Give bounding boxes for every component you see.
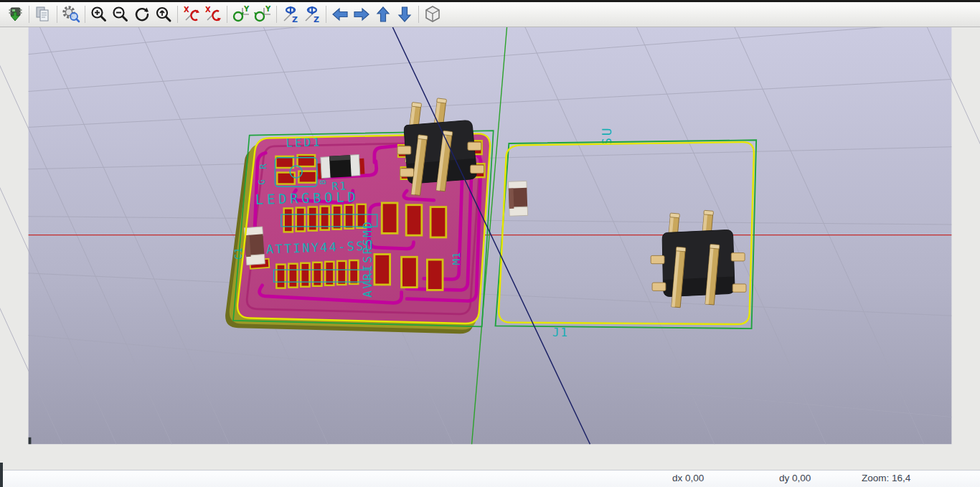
svg-text:Z: Z [292, 15, 298, 24]
redraw-icon [133, 5, 151, 24]
rotate-x-ccw-button[interactable]: X [202, 4, 224, 24]
svg-text:Y: Y [265, 5, 271, 13]
svg-text:X: X [205, 6, 211, 14]
silk-label-avrisp: AVRISPSMD [361, 220, 374, 298]
silk-label-ledrgbold: LEDRGBOLD [255, 189, 359, 207]
rotate-x-cw-icon: X [182, 5, 201, 24]
rotate-x-ccw-icon: X [204, 5, 222, 24]
silk-label-m1: M1 [451, 252, 462, 265]
toolbar-separator [418, 6, 419, 23]
reload-board-button[interactable] [4, 4, 26, 24]
toolbar-separator [85, 6, 85, 23]
toolbar-separator [276, 6, 277, 23]
svg-text:X: X [184, 6, 189, 14]
copy-3d-image-button[interactable] [32, 4, 54, 24]
rotate-z-ccw-icon: Z [303, 5, 321, 24]
toolbar-separator [177, 6, 178, 23]
rotate-z-ccw-button[interactable]: Z [301, 4, 323, 24]
redraw-button[interactable] [131, 4, 153, 24]
silk-label-b: B [319, 179, 328, 184]
toolbar-separator [57, 6, 57, 23]
move-left-icon [331, 5, 349, 24]
viewport-3d[interactable]: LED1 R G B R1 LEDRGBOLD ATTINY44-SSU AVR… [0, 27, 980, 470]
move-up-button[interactable] [372, 4, 394, 24]
toolbar: X X Y Y [0, 2, 980, 27]
svg-text:Y: Y [243, 5, 250, 13]
status-dy: dy 0,00 [779, 473, 811, 483]
zoom-fit-icon [154, 5, 173, 24]
render-options-icon [61, 4, 81, 24]
zoom-out-icon [111, 5, 130, 24]
resistor-r1 [317, 154, 365, 179]
toolbar-separator [29, 6, 29, 23]
ortho-view-icon [423, 4, 443, 24]
ortho-view-button[interactable] [422, 4, 443, 24]
silk-label-r: R [258, 164, 268, 169]
status-bar: dx 0,00 dy 0,00 Zoom: 16,4 [0, 470, 980, 487]
rotate-z-cw-button[interactable]: Z [280, 4, 301, 24]
toolbar-separator [227, 6, 227, 23]
zoom-in-icon [90, 5, 108, 24]
move-left-button[interactable] [329, 4, 351, 24]
toolbar-separator [326, 6, 326, 23]
rotate-y-ccw-icon: Y [253, 5, 272, 24]
status-zoom: Zoom: 16,4 [862, 473, 910, 483]
render-options-button[interactable] [60, 4, 82, 24]
kicad-3d-viewer-window: X X Y Y [0, 0, 980, 487]
move-right-button[interactable] [351, 4, 372, 24]
rotate-y-ccw-button[interactable]: Y [252, 4, 273, 24]
move-down-button[interactable] [394, 4, 415, 24]
zoom-in-button[interactable] [88, 4, 110, 24]
zoom-out-button[interactable] [110, 4, 131, 24]
reload-board-icon [6, 5, 24, 24]
rotate-y-cw-button[interactable]: Y [230, 4, 252, 24]
silk-label-j1: J1 [552, 326, 569, 339]
move-right-icon [352, 5, 371, 24]
rotate-z-cw-icon: Z [281, 5, 300, 24]
rotate-x-cw-button[interactable]: X [181, 4, 202, 24]
rotate-y-cw-icon: Y [232, 5, 250, 24]
move-up-icon [374, 5, 392, 24]
window-edge-notch [0, 463, 3, 487]
window-edge-notch [29, 438, 32, 444]
silk-label-g: G [257, 179, 267, 184]
copy-3d-image-icon [34, 5, 52, 24]
zoom-fit-button[interactable] [153, 4, 174, 24]
move-down-icon [395, 5, 414, 24]
capacitor-right [509, 181, 528, 216]
scene-3d: LED1 R G B R1 LEDRGBOLD ATTINY44-SSU AVR… [0, 27, 980, 470]
svg-text:Z: Z [314, 15, 319, 24]
status-dx: dx 0,00 [672, 473, 704, 483]
